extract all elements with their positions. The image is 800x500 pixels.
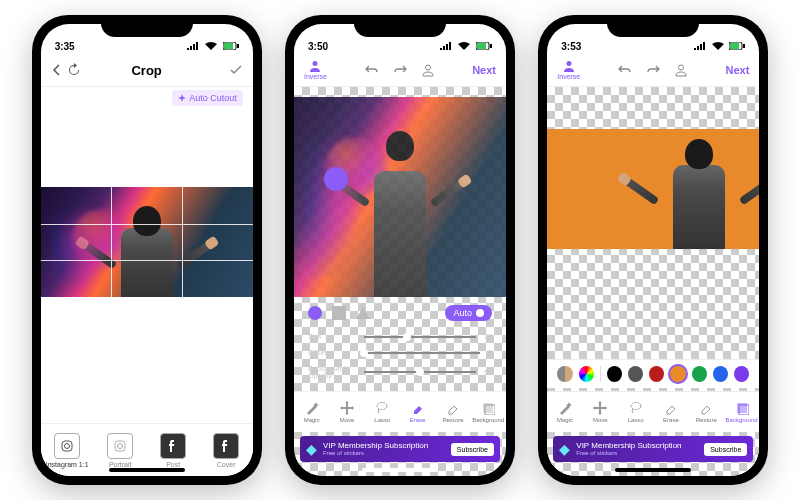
swatch-original[interactable] [557, 366, 572, 382]
tool-lasso[interactable]: Lasso [618, 392, 653, 432]
tool-erase[interactable]: Erase [400, 392, 435, 432]
phone-erase: 3:50 Inverse Next Auto Size38 Offset0 Ba… [285, 15, 515, 485]
battery-icon [476, 42, 492, 50]
wand-icon [305, 401, 319, 415]
navbar: Inverse Next [547, 54, 759, 87]
page-title: Crop [131, 63, 161, 78]
tab-cover[interactable]: Cover [200, 424, 253, 476]
status-icons [691, 41, 746, 52]
shape-row: Auto [294, 305, 506, 321]
preview-icon[interactable] [674, 63, 688, 77]
inverse-button[interactable]: Inverse [557, 60, 580, 80]
status-icons [437, 41, 492, 52]
eraser-icon [411, 401, 425, 415]
swatch-picker[interactable] [579, 366, 594, 382]
lasso-icon [375, 401, 389, 415]
crop-grid [41, 187, 253, 297]
svg-rect-3 [62, 441, 72, 451]
shape-triangle[interactable] [356, 307, 370, 319]
navbar: Inverse Next [294, 54, 506, 87]
vip-banner[interactable]: ◆ VIP Membership SubscriptionFree of sti… [553, 436, 753, 462]
brush-icon [446, 401, 460, 415]
subscribe-button[interactable]: Subscribe [704, 443, 747, 456]
brush-cursor [324, 167, 348, 191]
tab-instagram[interactable]: Instagram 1:1 [41, 424, 94, 476]
tool-restore[interactable]: Restore [435, 392, 470, 432]
svg-rect-9 [490, 44, 492, 48]
crop-canvas[interactable] [41, 87, 253, 423]
tool-magic[interactable]: Magic [547, 392, 582, 432]
inverse-button[interactable]: Inverse [304, 60, 327, 80]
swatch-green[interactable] [692, 366, 707, 382]
wifi-icon [458, 42, 470, 50]
brush-icon [699, 401, 713, 415]
auto-button[interactable]: Auto [445, 305, 492, 321]
color-swatches [547, 359, 759, 388]
instagram-icon [61, 440, 73, 452]
rotate-icon[interactable] [67, 63, 81, 77]
swatch-blue[interactable] [713, 366, 728, 382]
svg-point-6 [118, 443, 123, 448]
swatch-red[interactable] [649, 366, 664, 382]
signal-icon [187, 42, 199, 50]
slider-offset[interactable]: Offset0 [308, 349, 492, 356]
photo [294, 97, 506, 297]
back-icon[interactable] [51, 64, 63, 76]
person-icon [563, 60, 575, 72]
tool-erase[interactable]: Erase [653, 392, 688, 432]
status-time: 3:50 [308, 41, 328, 52]
home-indicator [109, 468, 185, 472]
tool-background[interactable]: Background [724, 392, 759, 432]
status-icons [184, 41, 239, 52]
subscribe-button[interactable]: Subscribe [451, 443, 494, 456]
svg-rect-14 [730, 43, 739, 49]
tool-magic[interactable]: Magic [294, 392, 329, 432]
tool-move[interactable]: Move [583, 392, 618, 432]
facebook-icon [169, 440, 177, 452]
tool-move[interactable]: Move [329, 392, 364, 432]
status-time: 3:35 [55, 41, 75, 52]
vip-banner[interactable]: ◆ VIP Membership SubscriptionFree of sti… [300, 436, 500, 462]
svg-rect-8 [477, 43, 486, 49]
eraser-icon [664, 401, 678, 415]
home-indicator [362, 468, 438, 472]
swatch-orange[interactable] [670, 366, 685, 382]
slider-opacity[interactable]: Background's Opacity50 [308, 365, 492, 379]
swatch-purple[interactable] [734, 366, 749, 382]
tool-tabs: Magic Move Lasso Erase Restore Backgroun… [547, 391, 759, 432]
svg-rect-5 [115, 441, 125, 451]
next-button[interactable]: Next [725, 64, 749, 76]
preview-icon[interactable] [421, 63, 435, 77]
layers-icon [481, 401, 495, 415]
tool-background[interactable]: Background [471, 392, 506, 432]
confirm-icon[interactable] [229, 63, 243, 77]
svg-point-10 [377, 403, 387, 410]
wifi-icon [205, 42, 217, 50]
undo-icon[interactable] [365, 63, 379, 77]
next-button[interactable]: Next [472, 64, 496, 76]
notch [607, 15, 699, 37]
battery-icon [223, 42, 239, 50]
slider-size[interactable]: Size38 [308, 333, 492, 340]
move-icon [593, 401, 607, 415]
signal-icon [440, 42, 452, 50]
shape-circle[interactable] [308, 306, 322, 320]
swatch-gray[interactable] [628, 366, 643, 382]
wand-icon [558, 401, 572, 415]
battery-icon [729, 42, 745, 50]
undo-icon[interactable] [618, 63, 632, 77]
phone-background: 3:53 Inverse Next Magic Move Lasso [538, 15, 768, 485]
tool-tabs: Magic Move Lasso Erase Restore Backgroun… [294, 391, 506, 432]
facebook-icon [222, 440, 230, 452]
photo [41, 187, 253, 297]
shape-square[interactable] [332, 306, 346, 320]
svg-rect-1 [224, 43, 233, 49]
tool-lasso[interactable]: Lasso [365, 392, 400, 432]
swatch-black[interactable] [607, 366, 622, 382]
layers-icon [735, 401, 749, 415]
redo-icon[interactable] [393, 63, 407, 77]
notch [101, 15, 193, 37]
tool-restore[interactable]: Restore [689, 392, 724, 432]
redo-icon[interactable] [646, 63, 660, 77]
notch [354, 15, 446, 37]
